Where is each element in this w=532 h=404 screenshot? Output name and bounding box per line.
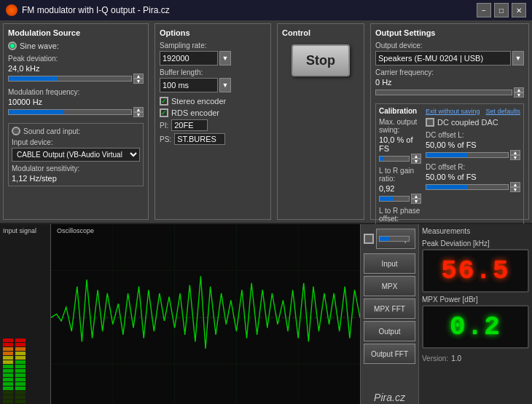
modulation-source-panel: Modulation Source Sine wave: Peak deviat… bbox=[3, 23, 149, 220]
preamp-checkbox[interactable] bbox=[364, 234, 374, 244]
mpx-power-lcd: 0.2 bbox=[422, 305, 529, 349]
rds-encoder-checkbox[interactable] bbox=[160, 108, 168, 117]
close-button[interactable]: ✕ bbox=[512, 3, 526, 17]
control-title: Control bbox=[282, 28, 359, 37]
carrier-freq-track[interactable] bbox=[375, 90, 512, 95]
bar-r-dark-3 bbox=[15, 400, 26, 403]
mod-freq-up[interactable]: ▲ bbox=[133, 107, 144, 112]
dc-coupled-checkbox[interactable] bbox=[426, 118, 434, 127]
buffer-length-label: Buffer length: bbox=[160, 68, 266, 76]
output-device-input[interactable] bbox=[375, 51, 511, 66]
dc-offset-l-label: DC offset L: bbox=[426, 131, 520, 139]
l-to-r-gain-fill bbox=[380, 197, 394, 201]
stereo-encoder-checkbox[interactable] bbox=[160, 97, 168, 106]
dc-offset-r-track[interactable] bbox=[426, 184, 509, 190]
ps-input[interactable] bbox=[174, 133, 225, 145]
output-device-dropdown-btn[interactable]: ▼ bbox=[512, 51, 524, 66]
ps-row: PS: bbox=[160, 133, 266, 145]
sine-wave-radio[interactable]: Sine wave: bbox=[8, 41, 144, 50]
bar-orange-1 bbox=[3, 347, 13, 351]
bar-r-green-4 bbox=[15, 373, 26, 377]
carrier-freq-label: Carrier frequency: bbox=[375, 68, 524, 76]
bar-r-dark-1 bbox=[15, 391, 26, 395]
buffer-length-input[interactable] bbox=[160, 78, 218, 92]
bar-green-3 bbox=[3, 373, 13, 377]
calibration-header: Calibration Exit without saving Set defa… bbox=[379, 107, 520, 115]
max-output-field: Max. output swing: 10,0 % of FS ▲ ▼ bbox=[379, 118, 421, 164]
signal-meter: Input signal bbox=[0, 224, 51, 404]
output-inner: Output device: ▼ Carrier frequency: 0 Hz bbox=[375, 41, 524, 250]
mpx-fft-button[interactable]: MPX FFT bbox=[364, 298, 415, 319]
input-button[interactable]: Input bbox=[364, 253, 415, 274]
peak-deviation-down[interactable]: ▼ bbox=[133, 79, 144, 84]
measurements-panel: Measurements Peak Deviation [kHz] 56.5 M… bbox=[419, 224, 532, 404]
rds-encoder-row: RDS encoder bbox=[160, 108, 266, 117]
input-signal-label: Input signal bbox=[3, 227, 47, 234]
maximize-button[interactable]: □ bbox=[494, 3, 509, 17]
mod-freq-track[interactable] bbox=[8, 109, 132, 115]
pi-row: PI: bbox=[160, 119, 266, 131]
sound-card-radio[interactable]: Sound card input: bbox=[12, 127, 140, 135]
dc-offset-l-up[interactable]: ▲ bbox=[510, 150, 520, 155]
carrier-freq-spin: ▲ ▼ bbox=[514, 87, 524, 98]
mod-freq-value: 10000 Hz bbox=[8, 98, 144, 106]
bar-dark-3 bbox=[3, 400, 13, 403]
l-to-r-phase-track[interactable] bbox=[379, 236, 410, 242]
peak-deviation-label: Peak deviation: bbox=[8, 55, 144, 63]
output-button[interactable]: Output bbox=[364, 321, 415, 341]
l-to-r-gain-track[interactable] bbox=[379, 196, 410, 202]
sampling-rate-input[interactable] bbox=[160, 51, 218, 66]
bar-dark-2 bbox=[3, 395, 13, 399]
peak-deviation-lcd-value: 56.5 bbox=[441, 256, 509, 286]
dc-offset-l-down[interactable]: ▼ bbox=[510, 155, 520, 160]
max-output-up[interactable]: ▲ bbox=[411, 154, 421, 159]
l-to-r-phase-label: L to R phase offset: bbox=[379, 207, 421, 223]
app-icon bbox=[6, 4, 17, 16]
bar-orange-2 bbox=[3, 352, 13, 355]
minimize-button[interactable]: − bbox=[477, 3, 491, 17]
measurements-title: Measurements bbox=[422, 227, 529, 235]
dc-coupled-label: DC coupled DAC bbox=[437, 118, 498, 127]
dc-offset-r-fill bbox=[426, 185, 467, 189]
sound-card-section: Sound card input: Input device: CABLE Ou… bbox=[8, 123, 144, 186]
sound-card-radio-indicator bbox=[12, 127, 20, 135]
mpx-button[interactable]: MPX bbox=[364, 276, 415, 296]
carrier-freq-up[interactable]: ▲ bbox=[514, 87, 524, 92]
pira-logo: Pira.cz bbox=[364, 389, 415, 404]
dc-offset-r-down[interactable]: ▼ bbox=[510, 187, 520, 192]
stop-button[interactable]: Stop bbox=[292, 44, 350, 76]
peak-deviation-track[interactable] bbox=[8, 76, 132, 82]
bar-r-green-1 bbox=[15, 360, 26, 364]
meter-col-left bbox=[3, 338, 13, 404]
mod-freq-spin: ▲ ▼ bbox=[133, 107, 144, 117]
calibration-links: Exit without saving Set defaults bbox=[426, 108, 520, 115]
dc-offset-r-up[interactable]: ▲ bbox=[510, 182, 520, 187]
l-to-r-gain-up[interactable]: ▲ bbox=[411, 194, 421, 199]
stereo-encoder-row: Stereo encoder bbox=[160, 97, 266, 106]
carrier-freq-down[interactable]: ▼ bbox=[514, 92, 524, 98]
dc-offset-l-fill bbox=[426, 153, 467, 157]
exit-without-saving-link[interactable]: Exit without saving bbox=[426, 108, 480, 115]
sampling-rate-dropdown-btn[interactable]: ▼ bbox=[219, 51, 231, 66]
l-to-r-gain-value: 0,92 bbox=[379, 184, 421, 193]
sine-wave-label: Sine wave: bbox=[20, 41, 59, 50]
max-output-value: 10,0 % of FS bbox=[379, 135, 421, 153]
buffer-length-dropdown-btn[interactable]: ▼ bbox=[219, 78, 231, 92]
max-output-down[interactable]: ▼ bbox=[411, 159, 421, 164]
input-device-dropdown[interactable]: CABLE Output (VB-Audio Virtual bbox=[12, 148, 140, 162]
peak-deviation-up[interactable]: ▲ bbox=[133, 74, 144, 79]
dc-offset-l-track[interactable] bbox=[426, 152, 509, 158]
pi-input[interactable] bbox=[171, 119, 208, 131]
set-defaults-link[interactable]: Set defaults bbox=[485, 108, 520, 115]
bottom-section: Input signal bbox=[0, 224, 532, 404]
bar-r-red-2 bbox=[15, 343, 26, 346]
signal-meter-bars bbox=[3, 237, 47, 404]
l-to-r-gain-down[interactable]: ▼ bbox=[411, 199, 421, 204]
title-bar: FM modulator with I-Q output - Pira.cz −… bbox=[0, 0, 532, 20]
rds-encoder-label: RDS encoder bbox=[171, 108, 219, 117]
max-output-track[interactable] bbox=[379, 156, 410, 162]
bar-r-green-6 bbox=[15, 382, 26, 386]
output-fft-button[interactable]: Output FFT bbox=[364, 344, 415, 364]
mod-freq-down[interactable]: ▼ bbox=[133, 112, 144, 117]
stereo-encoder-label: Stereo encoder bbox=[171, 97, 226, 106]
